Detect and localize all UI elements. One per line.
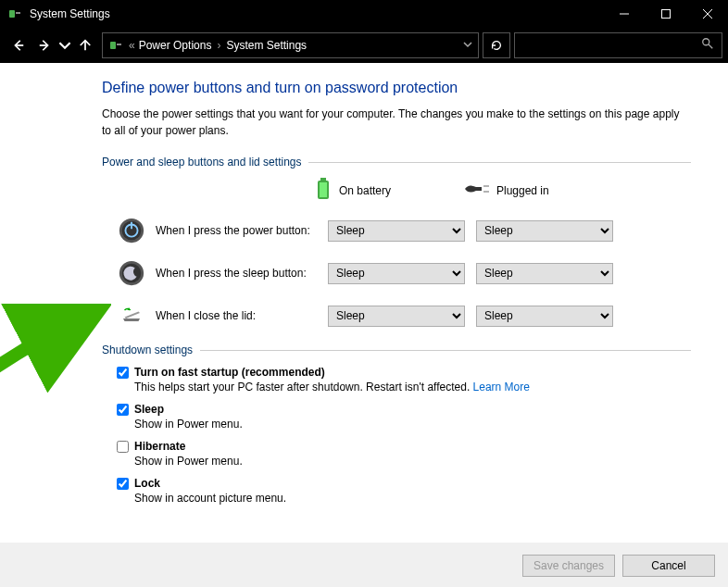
recent-dropdown-icon[interactable]: [57, 32, 72, 58]
breadcrumb-item[interactable]: Power Options: [139, 39, 212, 52]
section-header-power-text: Power and sleep buttons and lid settings: [102, 156, 301, 169]
col-plugged-label: Plugged in: [496, 184, 549, 197]
section-header-shutdown-text: Shutdown settings: [102, 343, 193, 356]
svg-rect-0: [9, 10, 15, 18]
address-bar[interactable]: « Power Options › System Settings: [102, 32, 479, 58]
learn-more-link[interactable]: Learn More: [473, 381, 530, 393]
sleep-button-icon: [117, 258, 146, 288]
shutdown-item-lock: Lock Show in account picture menu.: [117, 477, 691, 505]
section-header-shutdown: Shutdown settings: [102, 343, 691, 356]
maximize-button[interactable]: [645, 0, 686, 28]
hibernate-description: Show in Power menu.: [134, 455, 691, 468]
window-controls: [603, 0, 728, 28]
content: Define power buttons and turn on passwor…: [0, 63, 728, 543]
sleep-battery-select[interactable]: Sleep: [328, 263, 465, 284]
col-battery-label: On battery: [339, 184, 391, 197]
svg-rect-3: [661, 10, 670, 19]
search-input[interactable]: [514, 32, 722, 58]
app-icon: [7, 6, 22, 21]
page-description: Choose the power settings that you want …: [102, 106, 691, 139]
cancel-button[interactable]: Cancel: [622, 555, 715, 577]
svg-rect-9: [110, 42, 116, 49]
forward-button[interactable]: [31, 32, 57, 58]
chevron-right-icon: ›: [217, 39, 220, 52]
fast-startup-label: Turn on fast startup (recommended): [134, 366, 325, 379]
breadcrumb-item[interactable]: System Settings: [226, 39, 307, 52]
fast-startup-checkbox[interactable]: [117, 367, 129, 379]
window-title: System Settings: [30, 7, 603, 20]
svg-rect-13: [320, 178, 326, 181]
titlebar: System Settings: [0, 0, 728, 28]
svg-rect-1: [16, 12, 20, 14]
address-icon: [108, 38, 123, 53]
search-icon: [701, 37, 714, 54]
section-header-power: Power and sleep buttons and lid settings: [102, 156, 691, 169]
lid-icon: [117, 301, 146, 331]
sleep-label: Sleep: [134, 403, 164, 416]
row-lid-label: When I close the lid:: [156, 309, 256, 322]
col-plugged-in: Plugged in: [463, 178, 611, 203]
sleep-plugged-select[interactable]: Sleep: [476, 263, 613, 284]
svg-rect-15: [320, 182, 327, 197]
annotation-arrow-icon: [0, 304, 111, 415]
lock-checkbox[interactable]: [117, 478, 129, 490]
svg-line-12: [709, 44, 712, 48]
power-plugged-select[interactable]: Sleep: [476, 220, 613, 242]
close-button[interactable]: [686, 0, 728, 28]
chevron-down-icon[interactable]: [463, 39, 472, 52]
sleep-checkbox[interactable]: [117, 404, 129, 416]
save-button[interactable]: Save changes: [522, 555, 615, 577]
shutdown-item-fast-startup: Turn on fast startup (recommended) This …: [117, 366, 691, 393]
divider: [200, 350, 691, 351]
shutdown-item-sleep: Sleep Show in Power menu.: [117, 403, 691, 431]
row-power-label: When I press the power button:: [156, 224, 310, 237]
row-sleep-button: When I press the sleep button: Sleep Sle…: [117, 258, 691, 288]
minimize-button[interactable]: [603, 0, 645, 28]
lock-label: Lock: [134, 477, 160, 490]
lid-battery-select[interactable]: Sleep: [328, 306, 465, 327]
row-lid: When I close the lid: Sleep Sleep: [117, 301, 691, 331]
row-sleep-label: When I press the sleep button:: [156, 267, 307, 280]
footer: Save changes Cancel: [0, 543, 728, 587]
up-button[interactable]: [72, 32, 98, 58]
column-headers: On battery Plugged in: [102, 178, 691, 203]
breadcrumb-sep-icon: «: [129, 39, 135, 52]
lid-plugged-select[interactable]: Sleep: [476, 306, 613, 327]
window: System Settings « Power Options › System…: [0, 0, 728, 587]
sleep-description: Show in Power menu.: [134, 418, 691, 431]
hibernate-checkbox[interactable]: [117, 441, 129, 453]
battery-icon: [315, 178, 332, 203]
back-button[interactable]: [6, 32, 31, 58]
fast-startup-description: This helps start your PC faster after sh…: [134, 381, 691, 393]
page-title: Define power buttons and turn on passwor…: [102, 80, 691, 96]
shutdown-item-hibernate: Hibernate Show in Power menu.: [117, 440, 691, 468]
refresh-button[interactable]: [483, 32, 510, 58]
plug-icon: [463, 181, 489, 199]
svg-point-11: [703, 39, 709, 45]
row-power-button: When I press the power button: Sleep Sle…: [117, 216, 691, 245]
svg-rect-10: [117, 44, 121, 45]
hibernate-label: Hibernate: [134, 440, 185, 453]
navbar: « Power Options › System Settings: [0, 28, 728, 63]
power-button-icon: [117, 216, 146, 245]
divider: [308, 162, 691, 163]
power-battery-select[interactable]: Sleep: [328, 220, 465, 242]
lock-description: Show in account picture menu.: [134, 492, 691, 505]
col-on-battery: On battery: [315, 178, 463, 203]
